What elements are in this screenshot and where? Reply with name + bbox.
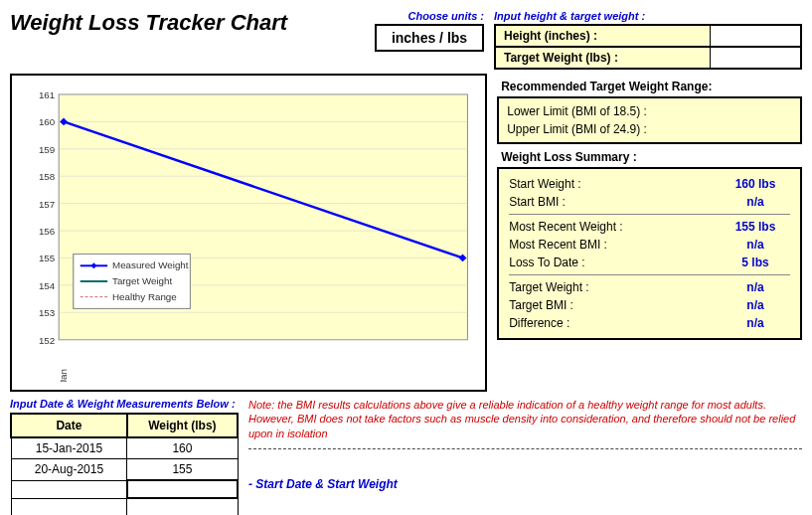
- ytick: 157: [39, 199, 55, 210]
- target-weight-row: Target Weight (lbs) :: [494, 48, 802, 70]
- ytick: 159: [39, 144, 55, 155]
- ytick: 155: [39, 253, 56, 263]
- legend-measured: Measured Weight: [112, 259, 189, 270]
- table-row[interactable]: [11, 498, 238, 515]
- ytick: 153: [39, 307, 56, 318]
- target-weight-label: Target Weight (lbs) :: [496, 48, 711, 68]
- table-row[interactable]: 20-Aug-2015155: [11, 459, 238, 481]
- summary-box: Start Weight :160 lbs Start BMI :n/a Mos…: [497, 167, 802, 340]
- weight-cell[interactable]: [127, 480, 238, 498]
- units-select[interactable]: inches / lbs: [375, 24, 484, 52]
- lower-limit-label: Lower Limit (BMI of 18.5) :: [507, 104, 647, 118]
- xtick: 1-Jan: [58, 369, 69, 382]
- bmi-note: Note: the BMI results calculations above…: [248, 398, 802, 440]
- diff-value: n/a: [721, 316, 790, 330]
- line-chart: 161 160 159 158 157 156 155 154 153 152 …: [20, 84, 477, 382]
- height-label: Height (inches) :: [496, 26, 711, 46]
- start-weight-label: Start Weight :: [509, 177, 580, 191]
- target-bmi-label: Target BMI :: [509, 298, 573, 312]
- table-row[interactable]: 15-Jan-2015160: [11, 437, 238, 459]
- start-bmi-value: n/a: [721, 195, 790, 209]
- weight-cell[interactable]: [127, 498, 238, 515]
- recommended-header: Recommended Target Weight Range:: [497, 74, 802, 96]
- weight-header: Weight (lbs): [127, 414, 238, 437]
- date-header: Date: [11, 414, 127, 437]
- recent-weight-label: Most Recent Weight :: [509, 220, 623, 234]
- loss-value: 5 lbs: [721, 256, 790, 269]
- legend-healthy: Healthy Range: [112, 291, 177, 302]
- summary-header: Weight Loss Summary :: [497, 144, 802, 167]
- page-title: Weight Loss Tracker Chart: [10, 10, 365, 36]
- recommended-box: Lower Limit (BMI of 18.5) : Upper Limit …: [497, 96, 802, 144]
- ytick: 156: [39, 226, 56, 237]
- units-label: Choose units :: [375, 10, 484, 22]
- weight-cell[interactable]: 155: [127, 459, 238, 481]
- recent-bmi-value: n/a: [721, 238, 790, 252]
- ytick: 161: [39, 89, 55, 100]
- target-weight-s-label: Target Weight :: [509, 280, 588, 294]
- date-cell[interactable]: [11, 498, 127, 515]
- ytick: 158: [39, 171, 56, 182]
- chart-container: 161 160 159 158 157 156 155 154 153 152 …: [10, 74, 487, 392]
- legend-target: Target Weight: [112, 275, 172, 286]
- target-weight-s-value: n/a: [721, 280, 790, 294]
- target-bmi-value: n/a: [721, 298, 790, 312]
- weight-cell[interactable]: 160: [127, 437, 238, 459]
- date-cell[interactable]: 15-Jan-2015: [11, 437, 127, 459]
- divider: [248, 448, 802, 449]
- start-bmi-label: Start BMI :: [509, 195, 566, 209]
- recent-bmi-label: Most Recent BMI :: [509, 238, 607, 252]
- height-target-header: Input height & target weight :: [494, 10, 802, 22]
- lower-limit-value: [723, 104, 792, 118]
- loss-label: Loss To Date :: [509, 256, 585, 269]
- date-cell[interactable]: 20-Aug-2015: [11, 459, 127, 481]
- ytick: 154: [39, 280, 56, 291]
- start-hint: - Start Date & Start Weight: [248, 455, 802, 491]
- ytick: 152: [39, 335, 55, 346]
- measurements-table: Date Weight (lbs) 15-Jan-2015160 20-Aug-…: [10, 413, 239, 515]
- height-input[interactable]: [711, 26, 800, 46]
- upper-limit-value: [723, 122, 792, 136]
- start-weight-value: 160 lbs: [721, 177, 790, 191]
- upper-limit-label: Upper Limit (BMI of 24.9) :: [507, 122, 647, 136]
- height-row: Height (inches) :: [494, 24, 802, 48]
- table-row[interactable]: [11, 480, 238, 498]
- date-cell[interactable]: [11, 480, 127, 498]
- recent-weight-value: 155 lbs: [721, 220, 790, 234]
- diff-label: Difference :: [509, 316, 569, 330]
- input-section-header: Input Date & Weight Measurements Below :: [10, 398, 239, 410]
- target-weight-input[interactable]: [711, 48, 800, 68]
- ytick: 160: [39, 116, 56, 127]
